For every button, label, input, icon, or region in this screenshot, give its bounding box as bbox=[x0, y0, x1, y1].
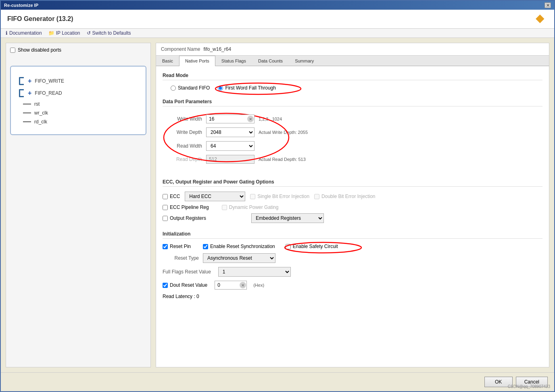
tab-status-flags[interactable]: Status Flags bbox=[215, 56, 252, 66]
ecc-pipeline-label: ECC Pipeline Reg bbox=[170, 204, 209, 210]
ip-location-label: IP Location bbox=[56, 30, 80, 36]
switch-defaults-link[interactable]: ↺ Switch to Defaults bbox=[87, 30, 131, 36]
first-word-option[interactable]: First Word Fall Through bbox=[218, 85, 276, 91]
standard-fifo-radio[interactable] bbox=[171, 85, 176, 91]
switch-defaults-label: Switch to Defaults bbox=[92, 30, 131, 36]
reset-type-row: Reset Type Asynchronous Reset Synchronou… bbox=[163, 253, 542, 263]
component-name-label: Component Name bbox=[161, 46, 200, 52]
read-mode-title: Read Mode bbox=[163, 73, 542, 80]
ecc-select[interactable]: Hard ECC Soft ECC No ECC bbox=[185, 192, 245, 201]
close-button[interactable]: ✕ bbox=[545, 2, 551, 8]
init-checkboxes-row: Reset Pin Enable Reset Synchronization E… bbox=[163, 244, 542, 249]
documentation-label: Documentation bbox=[9, 30, 42, 36]
ecc-label: ECC bbox=[170, 194, 180, 199]
read-mode-section: Read Mode Standard FIFO First Word Fall … bbox=[163, 73, 542, 91]
rst-port: rst bbox=[19, 101, 138, 107]
double-bit-item: Double Bit Error Injection bbox=[314, 194, 375, 199]
initialization-section: Initialization Reset Pin Enable Reset Sy… bbox=[163, 231, 542, 299]
ecc-checkbox-item[interactable]: ECC bbox=[163, 194, 180, 199]
dout-reset-checkbox[interactable] bbox=[163, 283, 168, 288]
output-reg-select[interactable]: Embedded Registers Fabric Registers No R… bbox=[251, 213, 324, 223]
rd-clk-label: rd_clk bbox=[34, 119, 47, 125]
enable-reset-sync-checkbox[interactable] bbox=[203, 244, 208, 249]
enable-safety-label: Enable Safety Circuit bbox=[293, 244, 338, 249]
tab-native-ports[interactable]: Native Ports bbox=[179, 56, 215, 66]
single-bit-label: Single Bit Error Injection bbox=[257, 194, 309, 199]
component-name-value: fifo_w16_r64 bbox=[203, 46, 231, 52]
title-bar: Re-customize IP ✕ bbox=[1, 1, 554, 10]
ecc-pipeline-item[interactable]: ECC Pipeline Reg bbox=[163, 204, 209, 210]
reset-pin-checkbox[interactable] bbox=[163, 244, 168, 249]
first-word-radio[interactable] bbox=[218, 85, 223, 91]
toolbar: ℹ Documentation 📁 IP Location ↺ Switch t… bbox=[1, 29, 554, 38]
tab-basic[interactable]: Basic bbox=[156, 56, 179, 66]
output-reg-checkbox[interactable] bbox=[163, 216, 168, 221]
rst-label: rst bbox=[34, 101, 40, 107]
full-flags-label: Full Flags Reset Value bbox=[163, 269, 211, 275]
rd-clk-port: rd_clk bbox=[19, 119, 138, 125]
reset-type-select[interactable]: Asynchronous Reset Synchronous Reset bbox=[203, 253, 275, 263]
tab-bar: Basic Native Ports Status Flags Data Cou… bbox=[156, 56, 549, 66]
app-header: FIFO Generator (13.2) bbox=[1, 10, 554, 29]
fifo-write-port: + FIFO_WRITE bbox=[19, 77, 138, 85]
read-depth-label: Read Depth bbox=[166, 156, 202, 162]
connector-left-1 bbox=[19, 77, 24, 85]
read-latency-label: Read Latency : 0 bbox=[163, 294, 199, 299]
full-flags-select[interactable]: 0 1 bbox=[218, 267, 291, 277]
ecc-checkbox[interactable] bbox=[163, 194, 168, 199]
line-icon-3 bbox=[23, 121, 31, 122]
initialization-title: Initialization bbox=[163, 231, 542, 239]
write-width-row: Write Width ✕ 1,2,3...1024 bbox=[166, 115, 308, 123]
documentation-link[interactable]: ℹ Documentation bbox=[6, 30, 42, 36]
output-reg-item[interactable]: Output Registers bbox=[163, 215, 206, 221]
reset-pin-label: Reset Pin bbox=[170, 244, 191, 249]
reset-pin-item[interactable]: Reset Pin bbox=[163, 244, 191, 249]
single-bit-checkbox bbox=[250, 194, 255, 199]
wr-clk-port: wr_clk bbox=[19, 110, 138, 116]
main-window: Re-customize IP ✕ FIFO Generator (13.2) … bbox=[0, 0, 555, 392]
dout-reset-input-wrapper: ✕ bbox=[215, 281, 247, 290]
tab-data-counts[interactable]: Data Counts bbox=[252, 56, 289, 66]
main-content: Show disabled ports + FIFO_WRITE + FIFO_… bbox=[1, 38, 554, 372]
read-depth-hint: Actual Read Depth: 513 bbox=[259, 157, 306, 162]
watermark: CSDN@qq_708907433 bbox=[508, 384, 550, 389]
dout-reset-item[interactable]: Dout Reset Value bbox=[163, 282, 207, 288]
reset-type-label: Reset Type bbox=[163, 255, 199, 261]
read-latency-row: Read Latency : 0 bbox=[163, 294, 542, 299]
write-depth-select[interactable]: 512 1024 2048 4096 8192 bbox=[206, 127, 255, 137]
standard-fifo-option[interactable]: Standard FIFO bbox=[171, 85, 210, 91]
full-flags-row: Full Flags Reset Value 0 1 bbox=[163, 267, 542, 277]
line-icon-2 bbox=[23, 113, 31, 113]
window-title: Re-customize IP bbox=[4, 3, 38, 8]
wr-clk-label: wr_clk bbox=[34, 110, 48, 116]
ecc-pipeline-row: ECC Pipeline Reg Dynamic Power Gating bbox=[163, 204, 542, 210]
left-panel: Show disabled ports + FIFO_WRITE + FIFO_… bbox=[6, 43, 151, 367]
plus-icon-1: + bbox=[28, 77, 31, 85]
read-depth-row: Read Depth Actual Read Depth: 513 bbox=[166, 155, 308, 164]
write-width-label: Write Width bbox=[166, 116, 202, 122]
enable-reset-sync-item[interactable]: Enable Reset Synchronization bbox=[203, 244, 275, 249]
ecc-main-row: ECC Hard ECC Soft ECC No ECC Single Bit … bbox=[163, 192, 542, 201]
line-icon-1 bbox=[23, 104, 31, 104]
show-disabled-checkbox[interactable] bbox=[10, 48, 15, 53]
tab-summary[interactable]: Summary bbox=[289, 56, 320, 66]
ecc-pipeline-checkbox[interactable] bbox=[163, 205, 168, 210]
ip-location-link[interactable]: 📁 IP Location bbox=[48, 30, 80, 36]
enable-safety-item[interactable]: Enable Safety Circuit bbox=[286, 244, 338, 249]
ecc-title: ECC, Output Register and Power Gating Op… bbox=[163, 179, 542, 187]
write-depth-row: Write Depth 512 1024 2048 4096 8192 Actu… bbox=[166, 127, 308, 137]
output-reg-label: Output Registers bbox=[170, 215, 206, 221]
fifo-read-label: FIFO_READ bbox=[35, 90, 62, 96]
write-depth-label: Write Depth bbox=[166, 129, 202, 135]
data-port-annotation-wrapper: Write Width ✕ 1,2,3...1024 Write Depth 5… bbox=[163, 111, 311, 171]
enable-safety-checkbox[interactable] bbox=[286, 244, 291, 249]
read-width-select[interactable]: 8 16 32 64 128 bbox=[206, 141, 255, 151]
double-bit-checkbox bbox=[314, 194, 319, 199]
component-name-row: Component Name fifo_w16_r64 bbox=[156, 43, 549, 56]
write-width-clear[interactable]: ✕ bbox=[247, 116, 254, 122]
single-bit-item: Single Bit Error Injection bbox=[250, 194, 309, 199]
fifo-write-label: FIFO_WRITE bbox=[35, 78, 64, 84]
bottom-bar: OK Cancel bbox=[1, 372, 554, 391]
app-title: FIFO Generator (13.2) bbox=[7, 15, 73, 23]
dynamic-power-label: Dynamic Power Gating bbox=[229, 204, 279, 210]
